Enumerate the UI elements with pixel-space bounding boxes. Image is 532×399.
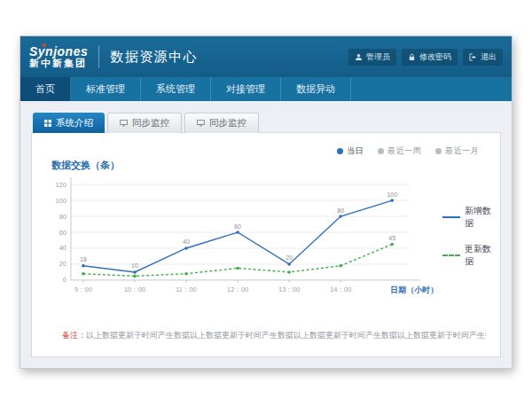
svg-text:100: 100: [55, 197, 66, 205]
logo-red-dot-icon: [43, 43, 46, 47]
period-filter-group: 当日 最近一周 最近一月: [32, 133, 500, 157]
svg-text:120: 120: [55, 181, 66, 189]
radio-dot-icon: [337, 148, 343, 154]
chart-panel: 当日 最近一周 最近一月 数据交换（条） 0204060801001209：00…: [31, 132, 501, 357]
footnote: 备注：以上数据更新于时间产生数据以上数据更新于时间产生数据以上数据更新于时间产生…: [62, 330, 486, 341]
tab-sync-monitor-1[interactable]: 同步监控: [107, 113, 182, 133]
nav-label: 数据异动: [296, 82, 335, 96]
svg-text:40: 40: [183, 239, 190, 245]
nav-item-home[interactable]: 首页: [20, 77, 71, 101]
logo-en-text: Synjones: [29, 44, 88, 59]
legend-item-new-data[interactable]: 新增数据: [442, 205, 500, 230]
svg-text:日期（小时）: 日期（小时）: [390, 286, 438, 294]
content-area: 系统介绍 同步监控 同步监控 当日 最近一周: [20, 101, 512, 357]
grid-icon: [44, 120, 51, 127]
svg-text:40: 40: [59, 244, 66, 252]
logo-cn-text: 新中新集团: [29, 58, 88, 69]
radio-dot-icon: [435, 148, 442, 154]
nav-label: 系统管理: [156, 82, 195, 96]
legend-label: 更新数据: [465, 243, 500, 268]
monitor-icon: [120, 120, 128, 127]
tab-label: 同步监控: [209, 117, 246, 129]
chart-legend: 新增数据 更新数据: [442, 205, 500, 268]
svg-text:20: 20: [286, 254, 293, 261]
nav-item-integration[interactable]: 对接管理: [211, 77, 281, 101]
change-password-label: 修改密码: [419, 51, 451, 63]
svg-text:10：00: 10：00: [124, 286, 145, 293]
nav-label: 对接管理: [226, 82, 265, 96]
company-logo[interactable]: Synjones 新中新集团: [29, 45, 88, 69]
filter-label: 当日: [347, 145, 364, 157]
nav-item-system[interactable]: 系统管理: [141, 77, 211, 101]
chart-row: 0204060801001209：0010：0011：0012：0013：001…: [32, 172, 500, 307]
tab-label: 系统介绍: [56, 117, 93, 129]
svg-text:0: 0: [63, 276, 66, 284]
svg-text:45: 45: [388, 235, 395, 241]
change-password-button[interactable]: 修改密码: [402, 49, 458, 66]
app-window: Synjones 新中新集团 数据资源中心 管理员 修改密码 退出 首页 标准管…: [20, 35, 512, 369]
line-sample-icon: [442, 254, 460, 256]
filter-label: 最近一周: [387, 145, 421, 157]
admin-user-label: 管理员: [366, 51, 390, 63]
filter-today[interactable]: 当日: [337, 145, 364, 157]
svg-text:60: 60: [234, 223, 241, 230]
svg-text:14：00: 14：00: [330, 286, 351, 293]
line-sample-icon: [442, 216, 460, 218]
user-icon: [355, 53, 363, 61]
monitor-icon: [197, 120, 205, 127]
data-exchange-line-chart: 0204060801001209：0010：0011：0012：0013：001…: [43, 172, 441, 307]
nav-item-data-changes[interactable]: 数据异动: [281, 77, 351, 101]
svg-text:18: 18: [80, 256, 87, 262]
lock-icon: [408, 53, 416, 61]
nav-label: 首页: [35, 82, 55, 96]
svg-text:12：00: 12：00: [227, 286, 248, 293]
radio-dot-icon: [378, 148, 384, 154]
nav-item-standards[interactable]: 标准管理: [71, 77, 141, 101]
svg-text:60: 60: [59, 229, 66, 237]
legend-label: 新增数据: [465, 205, 500, 230]
header-divider: [98, 45, 99, 68]
filter-label: 最近一月: [445, 145, 479, 157]
svg-text:9：00: 9：00: [74, 286, 92, 293]
header-actions: 管理员 修改密码 退出: [348, 49, 503, 66]
footnote-text: 以上数据更新于时间产生数据以上数据更新于时间产生数据以上数据更新于时间产生数据以…: [86, 331, 486, 340]
logo-text: Synjones: [29, 45, 88, 58]
footnote-label: 备注：: [62, 331, 86, 340]
svg-text:13：00: 13：00: [278, 286, 300, 293]
nav-label: 标准管理: [86, 82, 125, 96]
svg-text:11：00: 11：00: [176, 286, 197, 293]
svg-text:100: 100: [387, 192, 397, 198]
logout-button[interactable]: 退出: [463, 49, 503, 66]
logout-label: 退出: [481, 51, 497, 63]
tab-label: 同步监控: [132, 117, 169, 129]
svg-text:80: 80: [59, 213, 66, 221]
main-nav: 首页 标准管理 系统管理 对接管理 数据异动: [20, 77, 512, 101]
admin-user-button[interactable]: 管理员: [348, 49, 396, 66]
logout-icon: [469, 53, 477, 61]
app-title: 数据资源中心: [110, 49, 198, 66]
tab-sync-monitor-2[interactable]: 同步监控: [184, 113, 259, 133]
y-axis-title: 数据交换（条）: [51, 159, 500, 172]
tab-bar: 系统介绍 同步监控 同步监控: [31, 113, 501, 133]
filter-last-week[interactable]: 最近一周: [378, 145, 421, 157]
app-header: Synjones 新中新集团 数据资源中心 管理员 修改密码 退出: [20, 36, 512, 77]
legend-item-updated-data[interactable]: 更新数据: [442, 243, 500, 268]
filter-last-month[interactable]: 最近一月: [435, 145, 479, 157]
svg-text:20: 20: [59, 260, 66, 268]
svg-text:80: 80: [337, 207, 344, 214]
tab-system-intro[interactable]: 系统介绍: [33, 113, 105, 133]
svg-text:10: 10: [131, 262, 138, 269]
